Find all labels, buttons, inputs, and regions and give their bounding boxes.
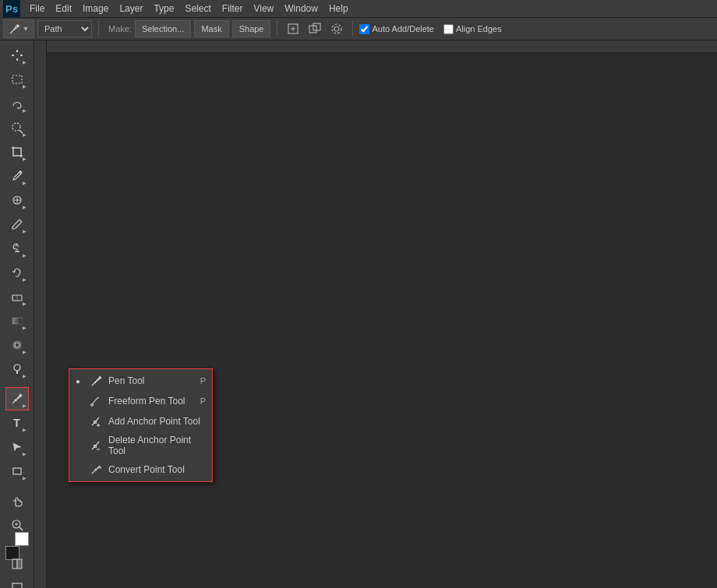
corner-arrow: ▶	[23, 276, 26, 282]
svg-point-11	[19, 171, 21, 174]
svg-point-20	[15, 343, 19, 347]
flyout-convert-point-tool[interactable]: Convert Point Tool	[69, 459, 212, 480]
corner-arrow: ▶	[23, 349, 26, 354]
svg-point-35	[94, 382, 96, 383]
flyout-check-pen: ●	[76, 377, 85, 386]
zoom-icon	[10, 518, 24, 532]
menu-layer[interactable]: Layer	[115, 0, 147, 17]
separator-1	[98, 21, 99, 37]
toolbar-brush-tool[interactable]: ▶	[5, 213, 29, 236]
menu-help[interactable]: Help	[324, 0, 353, 17]
svg-point-9	[12, 123, 20, 131]
corner-arrow: ▶	[23, 403, 26, 408]
menu-select[interactable]: Select	[180, 0, 215, 17]
toolbar-eraser-tool[interactable]: ▶	[5, 285, 29, 308]
svg-rect-25	[13, 468, 21, 474]
ps-logo: Ps	[3, 0, 20, 17]
flyout-pen-tool[interactable]: ● Pen Tool P	[69, 371, 212, 391]
toolbar-shape-tool[interactable]: ▶	[5, 459, 29, 483]
corner-arrow: ▶	[23, 301, 26, 306]
screen-mode-icon	[10, 581, 24, 588]
tool-mode-icon-btn[interactable]: ▼	[3, 19, 34, 38]
toolbar-marquee-tool[interactable]: ▶	[5, 68, 29, 91]
hand-icon	[10, 494, 24, 508]
corner-arrow: ▶	[23, 427, 26, 432]
toolbar-type-tool[interactable]: T ▶	[5, 411, 29, 435]
path-settings-icon-btn[interactable]	[327, 19, 346, 38]
align-edges-checkbox[interactable]	[443, 24, 454, 34]
freeform-pen-flyout-icon	[90, 394, 104, 408]
menu-type[interactable]: Type	[149, 0, 178, 17]
toolbar-healing-brush-tool[interactable]: ▶	[5, 188, 29, 212]
menu-bar: Ps File Edit Image Layer Type Select Fil…	[0, 0, 717, 17]
auto-add-delete-checkbox[interactable]	[359, 24, 369, 34]
toolbar-hand-tool[interactable]	[5, 489, 29, 512]
toolbar-path-selection-tool[interactable]: ▶	[5, 435, 29, 459]
align-edges-label[interactable]: Align Edges	[443, 24, 502, 34]
corner-arrow: ▶	[23, 228, 26, 234]
corner-arrow: ▶	[23, 475, 26, 481]
toolbar-eyedropper-tool[interactable]: ▶	[5, 164, 29, 188]
add-anchor-flyout-icon	[90, 414, 104, 428]
corner-arrow: ▶	[23, 156, 26, 161]
pen-tool-flyout-icon	[90, 374, 104, 388]
toolbar-quick-mask-mode[interactable]	[5, 552, 29, 576]
separator-2	[277, 21, 277, 37]
ruler-horizontal	[34, 40, 717, 53]
shape-button[interactable]: Shape	[232, 20, 271, 37]
flyout-delete-anchor-label: Delete Anchor Point Tool	[108, 435, 201, 456]
svg-rect-31	[12, 559, 17, 569]
flyout-freeform-pen-tool[interactable]: Freeform Pen Tool P	[69, 391, 212, 411]
menu-view[interactable]: View	[249, 0, 278, 17]
svg-point-21	[14, 364, 20, 371]
menu-edit[interactable]: Edit	[51, 0, 76, 17]
toolbar-quick-select-tool[interactable]: ▶	[5, 116, 29, 139]
toolbar-crop-tool[interactable]: ▶	[5, 140, 29, 164]
toolbar-screen-mode[interactable]	[5, 576, 29, 588]
auto-add-delete-label[interactable]: Auto Add/Delete	[359, 24, 434, 34]
separator-3	[352, 21, 353, 37]
flyout-freeform-shortcut: P	[200, 396, 206, 406]
canvas-area[interactable]: ● Pen Tool P	[34, 40, 717, 588]
menu-file[interactable]: File	[25, 0, 49, 17]
pen-icon	[9, 23, 21, 35]
svg-rect-18	[12, 318, 22, 324]
flyout-pen-shortcut: P	[200, 376, 206, 386]
selection-button[interactable]: Selection...	[135, 20, 191, 37]
corner-arrow: ▶	[23, 252, 26, 258]
pen-tool-flyout: ● Pen Tool P	[69, 368, 213, 482]
flyout-convert-point-label: Convert Point Tool	[108, 464, 201, 475]
path-combine-icon	[308, 22, 322, 36]
corner-arrow: ▶	[23, 59, 26, 65]
menu-filter[interactable]: Filter	[217, 0, 248, 17]
flyout-pen-tool-label: Pen Tool	[108, 375, 196, 386]
dropdown-arrow-icon: ▼	[23, 25, 30, 33]
toolbar-clone-stamp-tool[interactable]: ▶	[5, 237, 29, 260]
quick-mask-icon	[10, 557, 24, 571]
toolbar-gradient-tool[interactable]: ▶	[5, 309, 29, 333]
toolbar-pen-tool[interactable]: ▶	[5, 387, 29, 410]
path-mode-select[interactable]: Path Shape Pixels	[37, 20, 92, 37]
svg-rect-8	[12, 76, 22, 83]
svg-line-28	[19, 527, 23, 530]
menu-image[interactable]: Image	[78, 0, 113, 17]
toolbar-history-brush-tool[interactable]: ▶	[5, 261, 29, 284]
toolbar-dodge-tool[interactable]: ▶	[5, 357, 29, 381]
mask-button[interactable]: Mask	[194, 20, 228, 37]
make-label: Make:	[108, 24, 132, 33]
flyout-freeform-label: Freeform Pen Tool	[108, 396, 196, 407]
toolbar-move-tool[interactable]: ▶	[5, 44, 29, 67]
toolbar-blur-tool[interactable]: ▶	[5, 333, 29, 357]
menu-window[interactable]: Window	[280, 0, 323, 17]
flyout-delete-anchor-tool[interactable]: Delete Anchor Point Tool	[69, 431, 212, 459]
corner-arrow: ▶	[23, 180, 26, 185]
corner-arrow: ▶	[23, 451, 26, 456]
corner-arrow: ▶	[23, 132, 26, 137]
corner-arrow: ▶	[23, 204, 26, 209]
convert-point-flyout-icon	[90, 463, 104, 477]
toolbar-lasso-tool[interactable]: ▶	[5, 92, 29, 115]
new-layer-icon-btn[interactable]	[284, 19, 302, 38]
flyout-add-anchor-tool[interactable]: Add Anchor Point Tool	[69, 411, 212, 431]
path-combine-icon-btn[interactable]	[306, 19, 324, 38]
background-color-swatch[interactable]	[15, 532, 29, 546]
